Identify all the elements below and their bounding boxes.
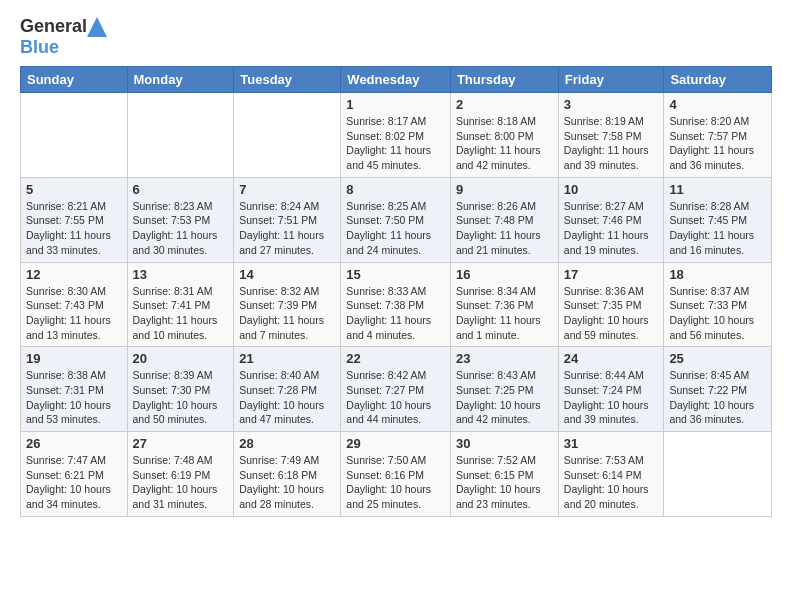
day-info: Sunrise: 7:50 AM Sunset: 6:16 PM Dayligh… (346, 453, 445, 512)
calendar-cell: 28Sunrise: 7:49 AM Sunset: 6:18 PM Dayli… (234, 432, 341, 517)
logo: GeneralBlue (20, 16, 107, 58)
calendar-week-3: 12Sunrise: 8:30 AM Sunset: 7:43 PM Dayli… (21, 262, 772, 347)
calendar-cell: 5Sunrise: 8:21 AM Sunset: 7:55 PM Daylig… (21, 177, 128, 262)
calendar-header-friday: Friday (558, 67, 664, 93)
calendar-cell: 14Sunrise: 8:32 AM Sunset: 7:39 PM Dayli… (234, 262, 341, 347)
day-number: 1 (346, 97, 445, 112)
day-number: 4 (669, 97, 766, 112)
calendar-cell: 26Sunrise: 7:47 AM Sunset: 6:21 PM Dayli… (21, 432, 128, 517)
header: GeneralBlue (20, 16, 772, 58)
calendar-table: SundayMondayTuesdayWednesdayThursdayFrid… (20, 66, 772, 517)
day-number: 8 (346, 182, 445, 197)
calendar-week-4: 19Sunrise: 8:38 AM Sunset: 7:31 PM Dayli… (21, 347, 772, 432)
day-number: 30 (456, 436, 553, 451)
day-number: 9 (456, 182, 553, 197)
day-info: Sunrise: 8:39 AM Sunset: 7:30 PM Dayligh… (133, 368, 229, 427)
day-info: Sunrise: 8:24 AM Sunset: 7:51 PM Dayligh… (239, 199, 335, 258)
calendar-cell: 20Sunrise: 8:39 AM Sunset: 7:30 PM Dayli… (127, 347, 234, 432)
day-info: Sunrise: 8:28 AM Sunset: 7:45 PM Dayligh… (669, 199, 766, 258)
calendar-cell: 3Sunrise: 8:19 AM Sunset: 7:58 PM Daylig… (558, 93, 664, 178)
day-info: Sunrise: 8:23 AM Sunset: 7:53 PM Dayligh… (133, 199, 229, 258)
calendar-header-wednesday: Wednesday (341, 67, 451, 93)
day-number: 13 (133, 267, 229, 282)
logo-triangle-icon (87, 17, 107, 37)
calendar-cell: 30Sunrise: 7:52 AM Sunset: 6:15 PM Dayli… (450, 432, 558, 517)
day-info: Sunrise: 8:20 AM Sunset: 7:57 PM Dayligh… (669, 114, 766, 173)
day-info: Sunrise: 8:38 AM Sunset: 7:31 PM Dayligh… (26, 368, 122, 427)
calendar-cell: 18Sunrise: 8:37 AM Sunset: 7:33 PM Dayli… (664, 262, 772, 347)
day-number: 27 (133, 436, 229, 451)
calendar-cell: 6Sunrise: 8:23 AM Sunset: 7:53 PM Daylig… (127, 177, 234, 262)
calendar-cell: 31Sunrise: 7:53 AM Sunset: 6:14 PM Dayli… (558, 432, 664, 517)
calendar-cell: 27Sunrise: 7:48 AM Sunset: 6:19 PM Dayli… (127, 432, 234, 517)
calendar-cell: 12Sunrise: 8:30 AM Sunset: 7:43 PM Dayli… (21, 262, 128, 347)
logo-text-blue: Blue (20, 37, 59, 58)
page: GeneralBlue SundayMondayTuesdayWednesday… (0, 0, 792, 527)
day-info: Sunrise: 8:33 AM Sunset: 7:38 PM Dayligh… (346, 284, 445, 343)
day-info: Sunrise: 8:21 AM Sunset: 7:55 PM Dayligh… (26, 199, 122, 258)
day-number: 10 (564, 182, 659, 197)
day-number: 25 (669, 351, 766, 366)
calendar-cell (21, 93, 128, 178)
day-info: Sunrise: 8:26 AM Sunset: 7:48 PM Dayligh… (456, 199, 553, 258)
calendar-week-1: 1Sunrise: 8:17 AM Sunset: 8:02 PM Daylig… (21, 93, 772, 178)
calendar-cell (234, 93, 341, 178)
calendar-cell: 9Sunrise: 8:26 AM Sunset: 7:48 PM Daylig… (450, 177, 558, 262)
day-info: Sunrise: 8:44 AM Sunset: 7:24 PM Dayligh… (564, 368, 659, 427)
day-number: 15 (346, 267, 445, 282)
day-info: Sunrise: 8:27 AM Sunset: 7:46 PM Dayligh… (564, 199, 659, 258)
calendar-cell: 10Sunrise: 8:27 AM Sunset: 7:46 PM Dayli… (558, 177, 664, 262)
calendar-cell: 2Sunrise: 8:18 AM Sunset: 8:00 PM Daylig… (450, 93, 558, 178)
calendar-cell: 22Sunrise: 8:42 AM Sunset: 7:27 PM Dayli… (341, 347, 451, 432)
day-info: Sunrise: 8:36 AM Sunset: 7:35 PM Dayligh… (564, 284, 659, 343)
day-number: 21 (239, 351, 335, 366)
calendar-header-sunday: Sunday (21, 67, 128, 93)
calendar-cell: 24Sunrise: 8:44 AM Sunset: 7:24 PM Dayli… (558, 347, 664, 432)
day-info: Sunrise: 7:52 AM Sunset: 6:15 PM Dayligh… (456, 453, 553, 512)
calendar-header-thursday: Thursday (450, 67, 558, 93)
calendar-cell: 21Sunrise: 8:40 AM Sunset: 7:28 PM Dayli… (234, 347, 341, 432)
svg-marker-0 (87, 17, 107, 37)
calendar-cell: 25Sunrise: 8:45 AM Sunset: 7:22 PM Dayli… (664, 347, 772, 432)
day-info: Sunrise: 8:17 AM Sunset: 8:02 PM Dayligh… (346, 114, 445, 173)
day-info: Sunrise: 8:31 AM Sunset: 7:41 PM Dayligh… (133, 284, 229, 343)
day-number: 24 (564, 351, 659, 366)
day-number: 23 (456, 351, 553, 366)
day-info: Sunrise: 8:43 AM Sunset: 7:25 PM Dayligh… (456, 368, 553, 427)
day-number: 11 (669, 182, 766, 197)
day-info: Sunrise: 8:32 AM Sunset: 7:39 PM Dayligh… (239, 284, 335, 343)
day-info: Sunrise: 8:42 AM Sunset: 7:27 PM Dayligh… (346, 368, 445, 427)
day-number: 3 (564, 97, 659, 112)
calendar-header-saturday: Saturday (664, 67, 772, 93)
calendar-cell: 7Sunrise: 8:24 AM Sunset: 7:51 PM Daylig… (234, 177, 341, 262)
day-number: 26 (26, 436, 122, 451)
day-number: 31 (564, 436, 659, 451)
calendar-cell: 23Sunrise: 8:43 AM Sunset: 7:25 PM Dayli… (450, 347, 558, 432)
calendar-cell: 29Sunrise: 7:50 AM Sunset: 6:16 PM Dayli… (341, 432, 451, 517)
day-info: Sunrise: 8:45 AM Sunset: 7:22 PM Dayligh… (669, 368, 766, 427)
calendar-cell: 8Sunrise: 8:25 AM Sunset: 7:50 PM Daylig… (341, 177, 451, 262)
day-info: Sunrise: 8:18 AM Sunset: 8:00 PM Dayligh… (456, 114, 553, 173)
day-info: Sunrise: 7:49 AM Sunset: 6:18 PM Dayligh… (239, 453, 335, 512)
day-info: Sunrise: 7:53 AM Sunset: 6:14 PM Dayligh… (564, 453, 659, 512)
day-number: 22 (346, 351, 445, 366)
day-number: 20 (133, 351, 229, 366)
calendar-cell: 1Sunrise: 8:17 AM Sunset: 8:02 PM Daylig… (341, 93, 451, 178)
day-info: Sunrise: 8:37 AM Sunset: 7:33 PM Dayligh… (669, 284, 766, 343)
calendar-week-5: 26Sunrise: 7:47 AM Sunset: 6:21 PM Dayli… (21, 432, 772, 517)
calendar-cell: 16Sunrise: 8:34 AM Sunset: 7:36 PM Dayli… (450, 262, 558, 347)
calendar-cell (127, 93, 234, 178)
day-number: 5 (26, 182, 122, 197)
day-number: 2 (456, 97, 553, 112)
calendar-week-2: 5Sunrise: 8:21 AM Sunset: 7:55 PM Daylig… (21, 177, 772, 262)
calendar-cell: 15Sunrise: 8:33 AM Sunset: 7:38 PM Dayli… (341, 262, 451, 347)
day-number: 6 (133, 182, 229, 197)
day-number: 7 (239, 182, 335, 197)
day-number: 28 (239, 436, 335, 451)
day-number: 18 (669, 267, 766, 282)
day-number: 17 (564, 267, 659, 282)
day-info: Sunrise: 8:30 AM Sunset: 7:43 PM Dayligh… (26, 284, 122, 343)
day-info: Sunrise: 8:19 AM Sunset: 7:58 PM Dayligh… (564, 114, 659, 173)
logo-text-general: General (20, 16, 87, 37)
calendar-cell: 13Sunrise: 8:31 AM Sunset: 7:41 PM Dayli… (127, 262, 234, 347)
